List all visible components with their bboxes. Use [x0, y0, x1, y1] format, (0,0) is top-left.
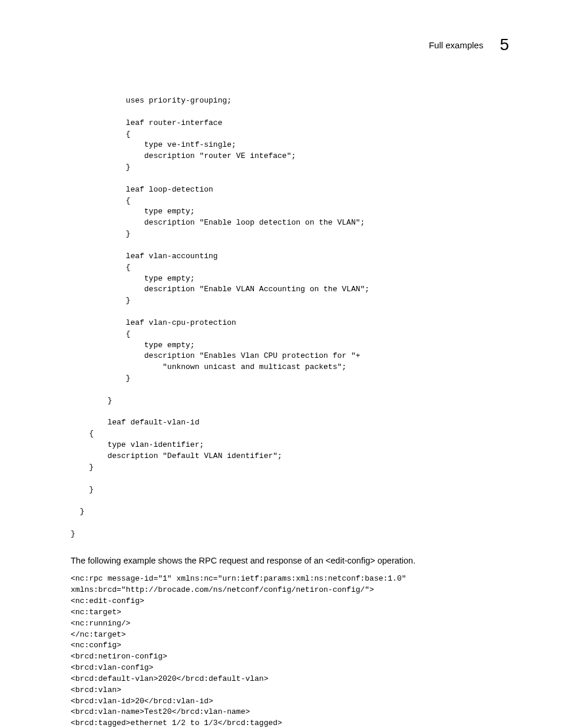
- intro-paragraph: The following example shows the RPC requ…: [71, 555, 509, 567]
- yang-code-block: uses priority-grouping; leaf router-inte…: [71, 95, 509, 540]
- page: Full examples 5 uses priority-grouping; …: [0, 0, 562, 728]
- page-header: Full examples 5: [53, 35, 509, 54]
- chapter-number: 5: [500, 35, 509, 54]
- header-title: Full examples: [429, 40, 484, 50]
- xml-rpc-code-block: <nc:rpc message-id="1" xmlns:nc="urn:iet…: [71, 574, 509, 728]
